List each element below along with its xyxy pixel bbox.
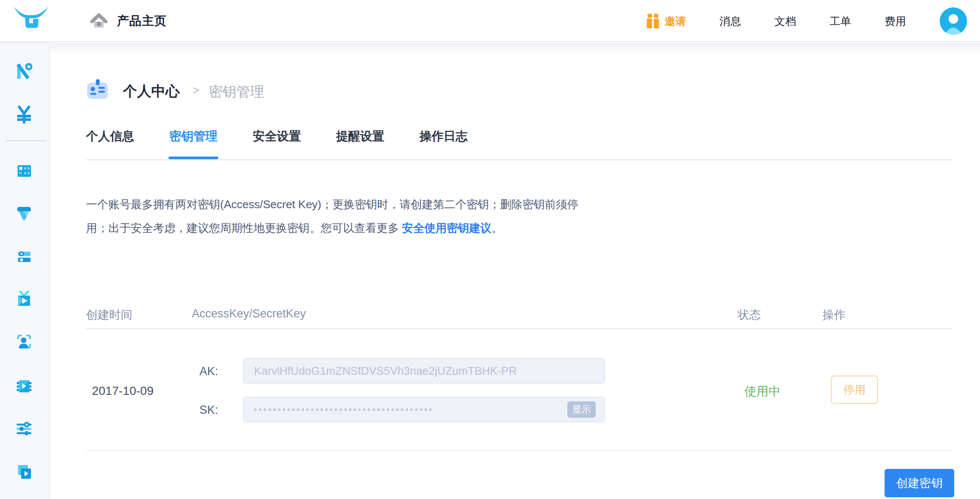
tab-reminder-settings[interactable]: 提醒设置 [336,129,384,159]
access-key-value: KarvlHfUdoG1mZNSfDVS5Vh3nae2jUZumTBHK-PR [254,364,517,378]
status-badge: 使用中 [744,383,781,400]
sidebar-item-funnel-icon[interactable] [15,204,34,223]
top-header: 产品主页 邀请 消息 文档 工单 费用 [0,0,980,42]
sidebar [0,42,50,499]
breadcrumb-separator-icon: > [193,83,199,97]
tab-operation-log[interactable]: 操作日志 [420,129,468,159]
notice-line2: 用；出于安全考虑，建议您周期性地更换密钥。您可以查看更多 [86,222,402,234]
sidebar-item-billing-yen-icon[interactable] [15,105,34,123]
column-header-keys: AccessKey/SecretKey [192,307,306,320]
access-key-field[interactable]: KarvlHfUdoG1mZNSfDVS5Vh3nae2jUZumTBHK-PR [243,358,605,384]
security-advice-link[interactable]: 安全使用密钥建议 [402,222,491,234]
nav-invite-label: 邀请 [665,14,686,28]
secret-key-field[interactable]: •••••••••••••••••••••••••••••••••••••• 显… [243,397,605,422]
key-usage-notice: 一个账号最多拥有两对密钥(Access/Secret Key)；更换密钥时，请创… [86,193,645,240]
ak-label: AK: [199,365,225,378]
sidebar-item-video-chip-icon[interactable] [15,376,34,395]
show-secret-button[interactable]: 显示 [567,401,596,418]
key-management-page: 产品主页 邀请 消息 文档 工单 费用 [0,0,980,499]
sidebar-item-equalizer-icon[interactable] [15,419,34,438]
home-icon [90,13,107,29]
table-header-divider [86,328,952,329]
product-home-button[interactable]: 产品主页 [90,0,167,42]
tab-security-settings[interactable]: 安全设置 [253,129,301,159]
nav-docs[interactable]: 文档 [775,14,796,28]
user-avatar[interactable] [940,7,967,35]
product-home-label: 产品主页 [117,13,167,29]
tab-bar: 个人信息 密钥管理 安全设置 提醒设置 操作日志 [86,129,468,159]
disable-key-button[interactable]: 停用 [831,376,878,404]
column-header-created: 创建时间 [86,307,132,323]
created-date: 2017-10-09 [92,384,153,398]
id-card-icon [86,77,109,101]
table-row-divider [86,450,952,451]
sk-label: SK: [199,404,225,417]
breadcrumb-parent[interactable]: 个人中心 [123,82,180,101]
nav-invite[interactable]: 邀请 [646,13,686,29]
secret-key-masked-value: •••••••••••••••••••••••••••••••••••••• [254,405,434,415]
tab-personal-info[interactable]: 个人信息 [86,129,134,159]
tab-bar-divider [86,159,952,160]
sidebar-item-media-tv-icon[interactable] [15,290,34,308]
top-nav: 邀请 消息 文档 工单 费用 [646,0,967,42]
notice-line1: 一个账号最多拥有两对密钥(Access/Secret Key)；更换密钥时，请创… [86,198,579,211]
sidebar-item-brand-n-icon[interactable] [15,61,34,80]
sidebar-item-face-recognition-icon[interactable] [15,332,34,351]
column-header-action: 操作 [822,307,845,323]
tab-key-management[interactable]: 密钥管理 [169,129,217,159]
sidebar-divider [6,140,45,141]
gift-icon [646,13,660,29]
nav-messages[interactable]: 消息 [720,14,741,28]
nav-tickets[interactable]: 工单 [830,14,851,28]
notice-suffix: 。 [491,222,502,234]
column-header-status: 状态 [738,307,761,323]
sidebar-item-server-list-icon[interactable] [15,247,34,266]
create-key-button[interactable]: 创建密钥 [885,469,954,497]
sidebar-item-grid-panel-icon[interactable] [15,161,34,180]
breadcrumb-current: 密钥管理 [209,83,264,102]
sidebar-item-video-library-icon[interactable] [15,462,34,481]
content-top-shadow [51,43,980,54]
nav-billing[interactable]: 费用 [885,14,906,28]
brand-logo-icon[interactable] [13,5,49,31]
